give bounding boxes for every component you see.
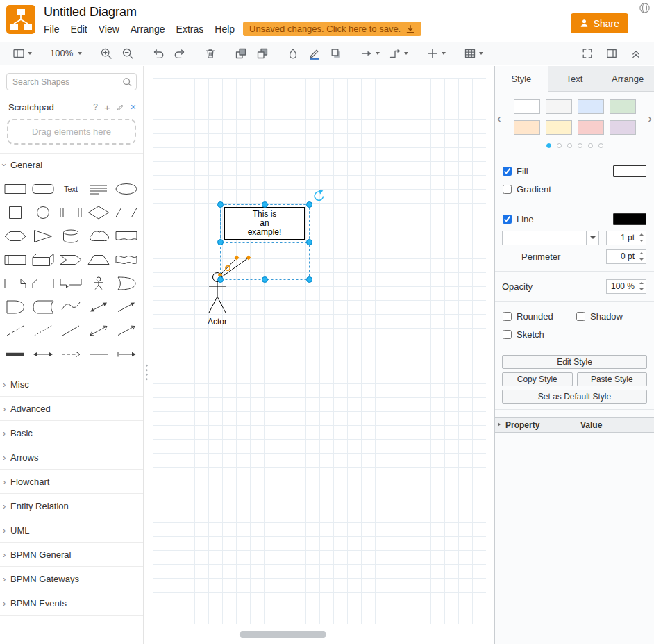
shape-arrow-connector[interactable] bbox=[113, 343, 140, 365]
shape-textbox[interactable] bbox=[85, 178, 112, 200]
style-swatch-1[interactable] bbox=[546, 99, 572, 114]
set-default-style-button[interactable]: Set as Default Style bbox=[502, 390, 647, 404]
sidebar-section-advanced[interactable]: ›Advanced bbox=[0, 396, 143, 420]
undo-button[interactable] bbox=[149, 45, 167, 62]
style-swatch-2[interactable] bbox=[578, 99, 604, 114]
delete-button[interactable] bbox=[201, 45, 219, 62]
swatch-page-dot-2[interactable] bbox=[567, 143, 572, 148]
menu-file[interactable]: File bbox=[44, 24, 60, 35]
line-checkbox[interactable] bbox=[503, 215, 512, 224]
sidebar-section-misc[interactable]: ›Misc bbox=[0, 372, 143, 396]
edit-style-button[interactable]: Edit Style bbox=[502, 355, 647, 369]
sidebar-section-uml[interactable]: ›UML bbox=[0, 518, 143, 542]
swatch-page-dot-0[interactable] bbox=[546, 143, 551, 148]
selection-handle[interactable] bbox=[262, 202, 268, 208]
shape-square[interactable] bbox=[2, 201, 28, 224]
shape-internal-storage[interactable] bbox=[2, 249, 28, 271]
menu-edit[interactable]: Edit bbox=[71, 24, 87, 35]
shadow-checkbox[interactable] bbox=[576, 312, 585, 321]
selection-handle[interactable] bbox=[307, 277, 312, 283]
zoom-out-button[interactable] bbox=[119, 45, 137, 62]
shape-dotted-line[interactable] bbox=[30, 320, 56, 342]
collapse-button[interactable] bbox=[627, 45, 645, 62]
shape-step[interactable] bbox=[58, 249, 84, 271]
shape-double-arrow[interactable] bbox=[30, 343, 56, 365]
scratchpad-dropzone[interactable]: Drag elements here bbox=[7, 119, 136, 145]
shape-diamond[interactable] bbox=[85, 201, 112, 224]
shape-card[interactable] bbox=[30, 272, 56, 295]
shape-curve[interactable] bbox=[58, 296, 84, 318]
shape-parallelogram[interactable] bbox=[113, 201, 140, 224]
spinner-down-icon[interactable] bbox=[637, 286, 646, 293]
shape-trapezoid[interactable] bbox=[85, 249, 112, 271]
scratchpad-edit-pencil-icon[interactable] bbox=[117, 104, 124, 111]
shape-cube[interactable] bbox=[30, 249, 56, 271]
line-style-dropdown[interactable] bbox=[502, 231, 599, 245]
fill-color-chip[interactable] bbox=[613, 165, 646, 177]
sidebar-section-bpmn-general[interactable]: ›BPMN General bbox=[0, 542, 143, 566]
sidebar-section-entity-relation[interactable]: ›Entity Relation bbox=[0, 493, 143, 518]
to-front-button[interactable] bbox=[232, 45, 250, 62]
zoom-level-button[interactable]: 100% bbox=[47, 46, 85, 60]
document-title[interactable]: Untitled Diagram bbox=[44, 5, 137, 19]
shape-thin-line[interactable] bbox=[85, 343, 112, 365]
opacity-input[interactable] bbox=[607, 280, 637, 293]
style-swatch-7[interactable] bbox=[610, 120, 636, 135]
shadow-button[interactable] bbox=[327, 45, 345, 62]
copy-style-button[interactable]: Copy Style bbox=[502, 372, 573, 386]
shape-and[interactable] bbox=[2, 296, 28, 318]
selection-handle[interactable] bbox=[307, 240, 312, 245]
shape-hexagon[interactable] bbox=[2, 225, 28, 247]
connection-point-diamond[interactable] bbox=[246, 256, 251, 261]
insert-button[interactable] bbox=[424, 45, 448, 62]
shape-circle[interactable] bbox=[30, 201, 56, 224]
tab-arrange[interactable]: Arrange bbox=[601, 66, 654, 92]
spinner-down-icon[interactable] bbox=[637, 256, 646, 263]
shape-directional-connector[interactable] bbox=[113, 320, 140, 342]
search-shapes-box[interactable] bbox=[6, 73, 137, 90]
fullscreen-button[interactable] bbox=[578, 45, 596, 62]
unsaved-banner[interactable]: Unsaved changes. Click here to save. bbox=[243, 22, 421, 36]
shape-data-storage[interactable] bbox=[30, 296, 56, 318]
swatch-next-icon[interactable]: › bbox=[648, 113, 652, 124]
shape-cloud[interactable] bbox=[85, 225, 112, 247]
paste-style-button[interactable]: Paste Style bbox=[577, 372, 648, 386]
spinner-up-icon[interactable] bbox=[637, 250, 646, 257]
shape-line[interactable] bbox=[58, 320, 84, 342]
shape-process[interactable] bbox=[58, 201, 84, 224]
line-color-button[interactable] bbox=[305, 45, 324, 62]
selection-handle[interactable] bbox=[307, 202, 312, 208]
edge-endpoint[interactable] bbox=[218, 273, 222, 277]
shape-or[interactable] bbox=[113, 272, 140, 295]
search-shapes-input[interactable] bbox=[11, 76, 122, 88]
scratchpad-add-icon[interactable]: + bbox=[104, 101, 110, 113]
tab-style[interactable]: Style bbox=[495, 66, 548, 92]
shape-text[interactable]: Text bbox=[58, 178, 84, 200]
share-button[interactable]: Share bbox=[571, 13, 628, 33]
fill-color-button[interactable] bbox=[284, 45, 302, 62]
scratchpad-close-icon[interactable]: × bbox=[131, 101, 136, 113]
perimeter-input[interactable] bbox=[607, 250, 637, 263]
spinner-up-icon[interactable] bbox=[637, 231, 646, 238]
shape-arrow[interactable] bbox=[113, 296, 140, 318]
sidebar-section-basic[interactable]: ›Basic bbox=[0, 420, 143, 445]
shape-bidirectional-arrow[interactable] bbox=[85, 296, 112, 318]
shape-callout[interactable] bbox=[58, 272, 84, 295]
sidebar-section-arrows[interactable]: ›Arrows bbox=[0, 445, 143, 469]
scratchpad-help-icon[interactable]: ? bbox=[93, 102, 98, 112]
horizontal-scrollbar[interactable] bbox=[240, 631, 326, 638]
selection-handle[interactable] bbox=[218, 277, 224, 283]
language-globe-icon[interactable] bbox=[639, 2, 651, 17]
rounded-checkbox[interactable] bbox=[503, 312, 512, 321]
shape-note[interactable] bbox=[2, 272, 28, 295]
selection-handle[interactable] bbox=[218, 240, 224, 245]
scratchpad-header[interactable]: Scratchpad ? + × bbox=[0, 97, 143, 117]
table-button[interactable] bbox=[461, 45, 486, 62]
zoom-in-button[interactable] bbox=[97, 45, 115, 62]
shape-document[interactable] bbox=[113, 225, 140, 247]
tab-text[interactable]: Text bbox=[548, 66, 601, 92]
line-width-input[interactable] bbox=[607, 231, 637, 245]
shape-rectangle[interactable] bbox=[2, 178, 28, 200]
gradient-checkbox[interactable] bbox=[503, 185, 512, 194]
pages-button[interactable] bbox=[10, 45, 35, 62]
